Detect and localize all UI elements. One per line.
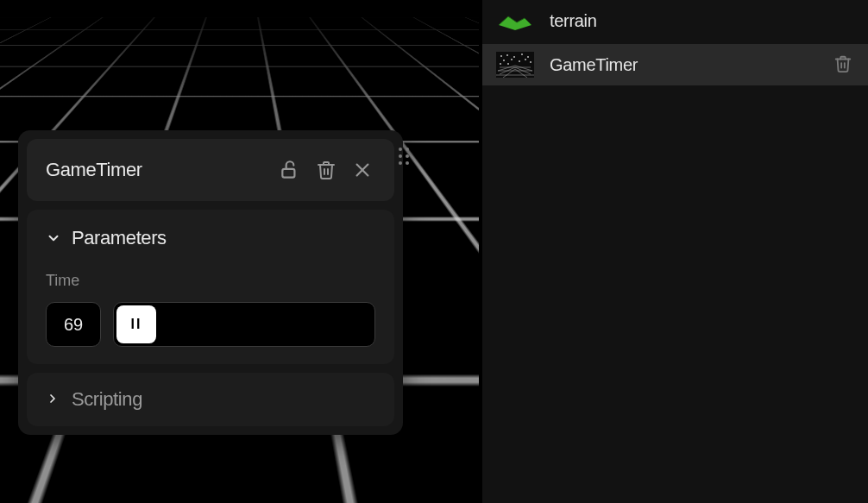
svg-point-9 [519, 60, 520, 62]
svg-point-27 [399, 161, 402, 165]
section-scripting: Scripting [27, 373, 394, 426]
hierarchy-item-terrain[interactable]: terrain [482, 0, 868, 41]
pause-icon: II [131, 317, 142, 332]
svg-point-28 [406, 161, 409, 165]
chevron-right-icon [46, 392, 61, 407]
section-parameters: Parameters Time 69 II [27, 210, 394, 364]
terrain-icon [496, 8, 534, 34]
svg-marker-0 [499, 16, 531, 30]
svg-point-3 [506, 54, 508, 56]
svg-point-6 [527, 56, 529, 58]
hierarchy-panel: terrain [481, 0, 868, 503]
svg-point-2 [500, 55, 502, 57]
section-scripting-header[interactable]: Scripting [46, 388, 375, 411]
lock-button[interactable] [277, 157, 303, 183]
time-value-field[interactable]: 69 [46, 302, 101, 347]
delete-item-button[interactable] [833, 54, 854, 75]
svg-point-13 [507, 63, 509, 65]
section-title: Parameters [72, 227, 167, 249]
svg-point-5 [521, 53, 523, 55]
svg-rect-29 [282, 169, 294, 178]
inspector-panel: GameTimer [18, 130, 403, 435]
inspector-title: GameTimer [46, 159, 267, 181]
param-label: Time [46, 272, 375, 290]
inspector-titlebar: GameTimer [27, 139, 394, 201]
hierarchy-item-label: GameTimer [550, 55, 818, 75]
svg-point-10 [525, 59, 526, 60]
slider-thumb[interactable]: II [116, 305, 156, 343]
svg-point-7 [503, 60, 505, 61]
svg-point-4 [513, 56, 515, 58]
app-root: terrain [0, 0, 868, 503]
gametimer-thumbnail-icon [496, 52, 534, 78]
svg-point-8 [511, 59, 513, 60]
section-parameters-header[interactable]: Parameters [46, 227, 375, 249]
svg-point-11 [530, 61, 531, 63]
time-slider[interactable]: II [113, 302, 375, 347]
delete-button[interactable] [313, 157, 339, 183]
svg-point-25 [399, 154, 402, 158]
drag-handle-icon[interactable] [396, 144, 412, 168]
hierarchy-item-gametimer[interactable]: GameTimer [482, 44, 868, 85]
chevron-down-icon [46, 230, 61, 246]
hierarchy-item-label: terrain [550, 11, 854, 31]
svg-point-23 [399, 148, 402, 151]
param-time: Time 69 II [46, 249, 375, 347]
svg-point-12 [500, 63, 501, 65]
svg-point-26 [406, 154, 409, 158]
close-button[interactable] [349, 157, 375, 183]
section-title: Scripting [72, 388, 142, 411]
svg-point-24 [406, 148, 409, 151]
